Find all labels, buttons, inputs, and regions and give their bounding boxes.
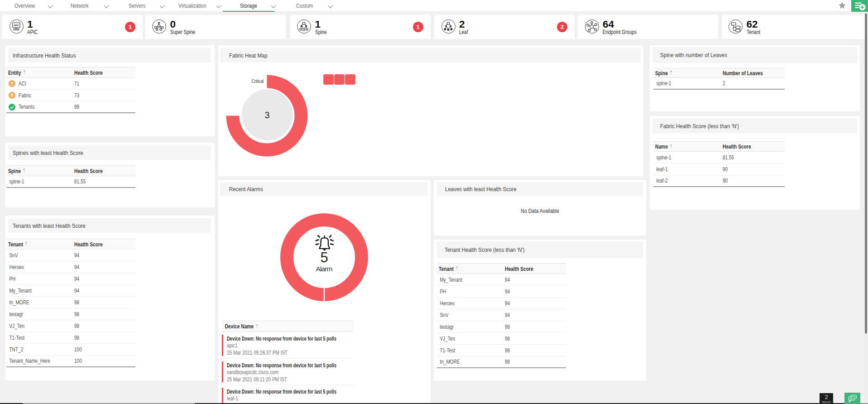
svg-text:APIC: APIC (14, 24, 19, 27)
svg-text:Alarm: Alarm (316, 265, 333, 273)
svg-text:3: 3 (264, 110, 269, 120)
svg-text:5: 5 (320, 250, 328, 265)
